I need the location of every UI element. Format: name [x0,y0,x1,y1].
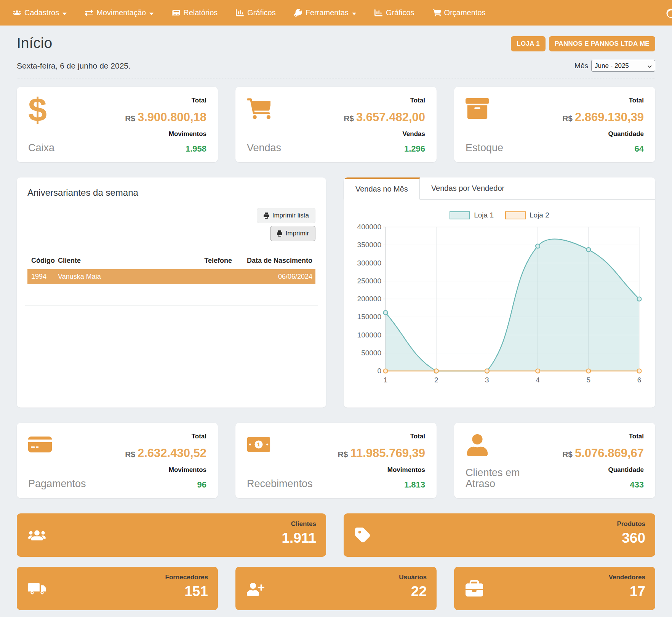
nav-label: Movimentação [96,8,146,17]
print-label: Imprimir [286,230,309,237]
top-navbar: Cadastros Movimentação Relatórios Gráfic… [0,0,672,26]
amount-value: 3.657.482,00 [356,110,425,124]
nav-label: Ferramentas [306,8,349,17]
column-header-codigo: Código [27,251,56,269]
tab-vendas-por-vendedor[interactable]: Vendas por Vendedor [420,177,516,199]
nav-item-relatorios[interactable]: Relatórios [172,8,218,17]
banner-value: 17 [630,583,645,599]
nav-item-ferramentas[interactable]: Ferramentas [294,8,356,17]
nav-label: Cadastros [24,8,59,17]
banner-fornecedores[interactable]: Fornecedores 151 [17,567,218,610]
svg-text:200000: 200000 [357,295,381,303]
stat-card-label: Pagamentos [28,478,86,490]
printer-icon [263,213,269,219]
total-label: Total [410,433,425,440]
cart-icon [247,97,281,122]
banner-label: Usuários [399,574,427,581]
svg-text:100000: 100000 [357,331,381,339]
total-amount: R$11.985.769,39 [338,446,425,460]
stat-card-recebimentos: 1 Recebimentos Total R$11.985.769,39 Mov… [235,423,437,498]
sub-value: 1.296 [404,144,425,154]
svg-text:400000: 400000 [357,223,381,231]
currency-prefix: R$ [344,114,354,123]
amount-value: 2.632.430,52 [138,446,206,460]
column-header-telefone: Telefone [192,251,234,269]
currency-prefix: R$ [125,450,135,459]
svg-text:0: 0 [377,367,381,375]
briefcase-icon [466,580,483,599]
print-list-button[interactable]: Imprimir lista [257,208,315,223]
svg-text:3: 3 [485,376,489,384]
users-icon [28,527,46,546]
month-select[interactable]: June - 2025 [591,60,655,72]
sub-label: Movimentos [169,130,206,138]
birthdays-panel: Aniversariantes da semana Imprimir lista… [17,177,326,408]
banner-value: 1.911 [282,530,316,546]
svg-text:250000: 250000 [357,277,381,285]
legend-item-loja1[interactable]: Loja 1 [450,211,494,219]
nav-label: Gráficos [247,8,275,17]
tag-icon [355,527,373,546]
table-row[interactable]: 1994 Vanuska Maia 06/06/2024 [27,269,315,284]
users-icon [13,9,21,17]
legend-item-loja2[interactable]: Loja 2 [505,211,549,219]
refresh-icon[interactable] [666,8,672,21]
cart-icon [433,9,441,17]
caret-down-icon [62,8,67,17]
nav-label: Relatórios [183,8,218,17]
banner-usuarios[interactable]: Usuários 22 [235,567,437,610]
sub-value: 1.813 [404,480,425,490]
banner-label: Fornecedores [165,574,208,581]
total-amount: R$3.900.800,18 [125,110,206,124]
stat-card-label: Clientes em Atraso [466,467,532,490]
total-amount: R$5.076.869,67 [562,446,644,460]
svg-text:2: 2 [434,376,438,384]
tab-vendas-no-mes[interactable]: Vendas no Mês [344,177,420,200]
nav-item-cadastros[interactable]: Cadastros [13,8,67,17]
page-title: Início [17,35,52,51]
store-badges: LOJA 1 PANNOS E PANNOS LTDA ME [511,36,655,51]
stat-card-vendas: Vendas Total R$3.657.482,00 Vendas 1.296 [235,87,437,162]
total-label: Total [192,433,206,440]
store-badge[interactable]: LOJA 1 [511,36,546,51]
company-badge[interactable]: PANNOS E PANNOS LTDA ME [549,36,655,51]
currency-prefix: R$ [562,114,573,123]
banner-value: 360 [622,530,645,546]
divider [25,248,318,248]
print-button[interactable]: Imprimir [270,226,315,241]
banner-label: Clientes [291,520,316,528]
cell-codigo: 1994 [27,269,56,284]
banner-value: 22 [411,583,427,599]
nav-item-movimentacao[interactable]: Movimentação [85,8,154,17]
archive-box-icon [466,97,503,122]
banner-label: Produtos [617,520,645,528]
stat-card-label: Vendas [247,142,281,154]
print-list-label: Imprimir lista [272,212,309,219]
total-label: Total [192,97,206,104]
nav-item-graficos-2[interactable]: Gráficos [374,8,414,17]
sub-label: Movimentos [387,466,425,474]
legend-label: Loja 2 [530,211,549,219]
legend-swatch-loja1 [450,211,470,219]
banner-produtos[interactable]: Produtos 360 [344,513,655,557]
exchange-icon [85,9,93,17]
stat-card-clientes-em-atraso: Clientes em Atraso Total R$5.076.869,67 … [454,423,655,498]
total-amount: R$3.657.482,00 [344,110,425,124]
nav-item-orcamentos[interactable]: Orçamentos [433,8,486,17]
legend-label: Loja 1 [474,211,494,219]
column-header-nascimento: Data de Nascimento [234,251,315,269]
sub-value: 433 [630,480,644,490]
nav-label: Gráficos [386,8,414,17]
money-bill-icon: 1 [247,433,313,458]
currency-prefix: R$ [338,450,348,459]
sub-label: Quantidade [608,130,644,138]
nav-item-graficos-1[interactable]: Gráficos [236,8,275,17]
birthdays-title: Aniversariantes da semana [27,187,315,198]
sub-label: Vendas [402,130,425,138]
credit-card-icon [28,433,86,458]
banner-vendedores[interactable]: Vendedores 17 [454,567,655,610]
svg-text:6: 6 [637,376,642,384]
banner-clientes[interactable]: Clientes 1.911 [17,513,326,557]
sales-line-chart: 0500001000001500002000002500003000003500… [350,221,648,391]
caret-down-icon [149,8,154,17]
